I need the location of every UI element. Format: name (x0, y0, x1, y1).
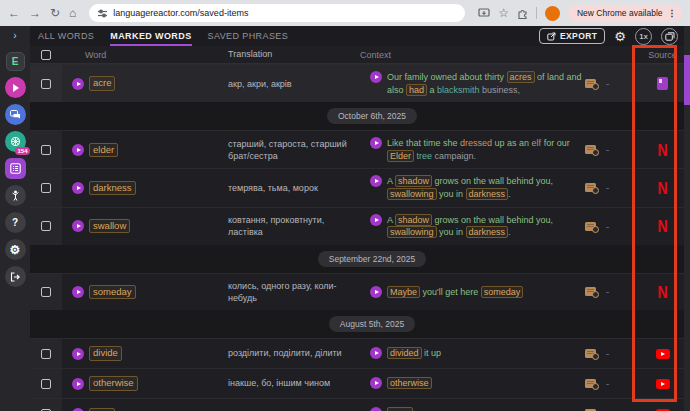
context-play-button[interactable] (370, 286, 382, 298)
sidebar-item-feedback[interactable] (5, 185, 26, 206)
row-checkbox[interactable] (41, 221, 51, 231)
context-play-button[interactable] (370, 71, 382, 83)
word-play-button[interactable] (72, 286, 84, 298)
netflix-icon[interactable]: N (657, 178, 667, 197)
sidebar-expand-icon[interactable]: › (13, 30, 16, 46)
marked-word[interactable]: shadow (395, 175, 432, 187)
youtube-icon[interactable] (656, 379, 670, 389)
phrasebook-icon[interactable] (585, 349, 596, 358)
context-play-button[interactable] (370, 214, 382, 226)
marked-word[interactable]: shadow (395, 214, 432, 226)
more-actions-dash[interactable]: - (606, 221, 609, 232)
workspace-badge[interactable]: E (6, 52, 25, 71)
word-play-button[interactable] (72, 144, 84, 156)
sidebar-item-help[interactable]: ? (5, 212, 26, 233)
row-checkbox[interactable] (41, 287, 51, 297)
row-checkbox[interactable] (41, 145, 51, 155)
tab-saved-phrases[interactable]: SAVED PHRASES (208, 27, 289, 46)
scrollbar-track[interactable] (684, 26, 690, 411)
sidebar-item-player[interactable] (5, 77, 26, 98)
context-play-button[interactable] (370, 407, 382, 411)
sidebar-item-settings[interactable]: ⚙ (5, 239, 26, 260)
word-play-button[interactable] (72, 348, 84, 360)
word-chip[interactable]: otherwise (89, 376, 138, 390)
word-play-button[interactable] (72, 182, 84, 194)
flashcards-button[interactable] (661, 28, 678, 45)
context-play-button[interactable] (370, 377, 382, 389)
marked-word[interactable]: Elder (387, 150, 414, 162)
youtube-icon[interactable] (656, 349, 670, 359)
tab-marked-words[interactable]: MARKED WORDS (110, 27, 191, 46)
more-actions-dash[interactable]: - (606, 78, 609, 89)
phrasebook-icon[interactable] (585, 79, 596, 88)
row-checkbox[interactable] (41, 183, 51, 193)
address-bar[interactable]: languagereactor.com/saved-items (89, 4, 465, 22)
reload-icon[interactable]: ↻ (50, 7, 60, 19)
marked-word[interactable]: acres (507, 71, 535, 83)
export-button[interactable]: EXPORT (539, 28, 605, 44)
more-actions-dash[interactable]: - (606, 286, 609, 297)
marked-word[interactable]: darkness (466, 188, 509, 200)
marked-word[interactable] (387, 407, 413, 411)
context-cell (360, 407, 585, 411)
marked-word[interactable]: swallowing (387, 226, 437, 238)
row-checkbox[interactable] (41, 349, 51, 359)
netflix-icon[interactable]: N (657, 140, 667, 159)
word-chip[interactable]: darkness (89, 181, 136, 195)
context-play-button[interactable] (370, 175, 382, 187)
word-play-button[interactable] (72, 220, 84, 232)
marked-word[interactable]: darkness (466, 226, 509, 238)
home-icon[interactable]: ⌂ (69, 7, 76, 19)
word-chip[interactable]: acre (89, 76, 115, 90)
browser-menu-icon[interactable]: ⋮ (668, 8, 677, 18)
marked-word[interactable]: swallowing (387, 188, 437, 200)
text-source-icon[interactable] (657, 77, 668, 90)
context-play-button[interactable] (370, 347, 382, 359)
select-all-checkbox[interactable] (41, 50, 51, 60)
translation-cell: ковтання, проковтнути, ластівка (228, 214, 360, 238)
marked-word[interactable]: had (406, 84, 427, 96)
back-icon[interactable]: ← (8, 7, 20, 19)
chrome-update-pill[interactable]: New Chrome available ⋮ (568, 5, 682, 22)
phrasebook-icon[interactable] (585, 145, 596, 154)
sidebar-item-community[interactable]: 154 (5, 131, 26, 152)
install-icon[interactable] (478, 8, 490, 19)
bookmark-star-icon[interactable]: ☆ (498, 7, 509, 19)
netflix-icon[interactable]: N (657, 217, 667, 236)
sidebar-item-chat[interactable] (5, 104, 26, 125)
more-actions-dash[interactable]: - (606, 378, 609, 389)
row-checkbox[interactable] (41, 379, 51, 389)
sidebar-item-logout[interactable] (5, 266, 26, 287)
context-word: grows on the wall behind you, (432, 215, 553, 225)
marked-word[interactable]: Maybe (387, 286, 420, 298)
marked-word[interactable]: divided (387, 347, 422, 359)
word-play-button[interactable] (72, 378, 84, 390)
word-chip[interactable]: swallow (89, 219, 130, 233)
site-settings-icon[interactable] (98, 9, 107, 18)
forward-icon[interactable]: → (29, 7, 41, 19)
more-actions-dash[interactable]: - (606, 348, 609, 359)
sidebar-item-saved-items[interactable] (5, 158, 26, 179)
phrasebook-icon[interactable] (585, 222, 596, 231)
more-actions-dash[interactable]: - (606, 144, 609, 155)
playback-speed-button[interactable]: 1x (635, 28, 652, 45)
phrasebook-icon[interactable] (585, 287, 596, 296)
word-chip[interactable]: someday (89, 285, 136, 299)
phrasebook-icon[interactable] (585, 183, 596, 192)
row-checkbox[interactable] (41, 79, 51, 89)
netflix-icon[interactable]: N (657, 282, 667, 301)
more-actions-dash[interactable]: - (606, 182, 609, 193)
settings-gear-icon[interactable]: ⚙ (614, 29, 626, 44)
marked-word[interactable]: someday (481, 286, 524, 298)
word-play-button[interactable] (72, 408, 84, 411)
word-play-button[interactable] (72, 78, 84, 90)
word-chip[interactable]: elder (89, 143, 118, 157)
scrollbar-thumb[interactable] (684, 55, 690, 105)
extensions-icon[interactable] (517, 8, 528, 19)
profile-avatar[interactable] (545, 6, 560, 21)
tab-all-words[interactable]: ALL WORDS (38, 27, 94, 46)
word-chip[interactable]: divide (89, 346, 122, 360)
marked-word[interactable]: otherwise (387, 377, 432, 389)
phrasebook-icon[interactable] (585, 379, 596, 388)
context-play-button[interactable] (370, 137, 382, 149)
